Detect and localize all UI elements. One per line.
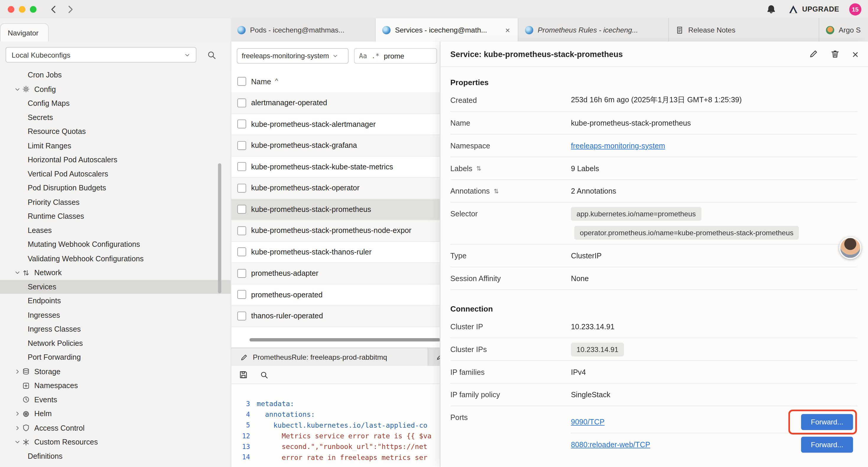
row-checkbox[interactable] (237, 205, 246, 214)
sidebar-item-config-maps[interactable]: Config Maps (0, 96, 231, 111)
kubeconfig-select[interactable]: Local Kubeconfigs (6, 47, 196, 62)
match-case-toggle[interactable]: Aa (359, 52, 367, 60)
minimize-window-button[interactable] (19, 6, 25, 12)
sidebar-item-horizontal-pod-autoscalers[interactable]: Horizontal Pod Autoscalers (0, 153, 231, 167)
tab-navigator[interactable]: Navigator (0, 23, 49, 42)
sidebar-item-port-forwarding[interactable]: Port Forwarding (0, 350, 231, 364)
sidebar-item-access-control[interactable]: Access Control (0, 421, 231, 435)
chevron-down-icon[interactable] (12, 86, 22, 92)
sidebar-item-ingress-classes[interactable]: Ingress Classes (0, 322, 231, 337)
sort-asc-icon[interactable]: ^ (275, 77, 278, 85)
namespace-link[interactable]: freeleaps-monitoring-system (571, 141, 665, 150)
search-icon[interactable] (207, 50, 216, 60)
forward-button[interactable]: Forward... (801, 436, 853, 452)
tab-prometheus-rules[interactable]: Prometheus Rules - icecheng... (519, 18, 669, 42)
table-row[interactable]: kube-prometheus-stack-prometheus-node-ex… (231, 220, 440, 241)
row-checkbox[interactable] (237, 269, 246, 278)
sidebar-item-validating-webhook-configurations[interactable]: Validating Webhook Configurations (0, 252, 231, 266)
sidebar-item-mutating-webhook-configurations[interactable]: Mutating Webhook Configurations (0, 237, 231, 252)
close-icon[interactable]: × (852, 49, 859, 59)
tab-argo[interactable]: Argo S (819, 18, 868, 42)
close-tab-icon[interactable]: × (504, 25, 511, 35)
sidebar-item-ingresses[interactable]: Ingresses (0, 308, 231, 322)
horizontal-scrollbar[interactable] (249, 338, 440, 341)
sidebar-item-leases[interactable]: Leases (0, 224, 231, 238)
close-window-button[interactable] (8, 6, 14, 12)
chevron-right-icon[interactable] (12, 425, 22, 431)
sidebar-item-cron-jobs[interactable]: Cron Jobs (0, 68, 231, 82)
delete-icon[interactable] (831, 49, 840, 59)
row-checkbox[interactable] (237, 98, 246, 107)
sidebar-scrollbar[interactable] (218, 163, 221, 293)
bell-icon[interactable] (766, 4, 776, 14)
sidebar-item-pod-disruption-budgets[interactable]: Pod Disruption Budgets (0, 181, 231, 195)
row-checkbox[interactable] (237, 183, 246, 193)
sidebar-item-priority-classes[interactable]: Priority Classes (0, 195, 231, 209)
tab-services[interactable]: Services - icecheng@math... × (375, 18, 518, 42)
regex-toggle[interactable]: .* (371, 52, 379, 60)
table-row[interactable]: kube-prometheus-stack-kube-state-metrics (231, 156, 440, 178)
sidebar-item-runtime-classes[interactable]: Runtime Classes (0, 209, 231, 224)
sidebar-item-namespaces[interactable]: Namespaces (0, 379, 231, 393)
chevron-right-icon[interactable] (12, 411, 22, 417)
webcam-avatar[interactable] (839, 237, 862, 259)
sidebar-item-custom-resources[interactable]: Custom Resources (0, 435, 231, 449)
row-checkbox[interactable] (237, 120, 246, 128)
tab-strip: Navigator Pods - icecheng@mathmas... Ser… (0, 18, 868, 42)
sidebar-item-secrets[interactable]: Secrets (0, 111, 231, 125)
sidebar-item-network[interactable]: Network (0, 266, 231, 280)
sidebar-item-helm[interactable]: Helm (0, 407, 231, 421)
table-row[interactable]: kube-prometheus-stack-alertmanager (231, 114, 440, 135)
sidebar-item-definitions[interactable]: Definitions (0, 449, 231, 463)
sidebar-item-config[interactable]: Config (0, 82, 231, 96)
chevron-down-icon[interactable] (12, 269, 22, 276)
sidebar-item-resource-quotas[interactable]: Resource Quotas (0, 124, 231, 139)
row-checkbox[interactable] (237, 312, 246, 320)
edit-icon[interactable] (809, 49, 818, 59)
back-icon[interactable] (49, 4, 59, 14)
row-checkbox[interactable] (237, 226, 246, 235)
row-checkbox[interactable] (237, 141, 246, 150)
property-value[interactable]: 9 Labels (571, 164, 599, 172)
sidebar-item-network-policies[interactable]: Network Policies (0, 337, 231, 351)
forward-icon[interactable] (65, 4, 75, 14)
notification-badge[interactable]: 15 (849, 3, 861, 15)
property-value[interactable]: 2 Annotations (571, 187, 616, 195)
port-link-8080[interactable]: 8080:reloader-web/TCP (571, 440, 650, 449)
dock-tab-prometheusrule[interactable]: PrometheusRule: freeleaps-prod-rabbitmq (231, 348, 428, 367)
upgrade-button[interactable]: UPGRADE (788, 4, 839, 14)
namespace-select[interactable]: freeleaps-monitoring-system (237, 48, 348, 63)
tab-pods[interactable]: Pods - icecheng@mathmas... (231, 18, 376, 42)
table-row[interactable]: kube-prometheus-stack-operator (231, 178, 440, 199)
port-link-9090[interactable]: 9090/TCP (571, 418, 604, 426)
chevron-down-icon[interactable] (12, 439, 22, 445)
search-icon[interactable] (260, 371, 268, 379)
tab-release-notes[interactable]: Release Notes (669, 18, 819, 42)
yaml-editor[interactable]: 3metadata: 4 annotations: 5 kubectl.kube… (231, 384, 440, 467)
name-column-header[interactable]: Name (251, 77, 271, 85)
table-row[interactable]: prometheus-adapter (231, 263, 440, 284)
sidebar-item-storage[interactable]: Storage (0, 364, 231, 379)
sidebar-item-endpoints[interactable]: Endpoints (0, 294, 231, 308)
sidebar-item-events[interactable]: Events (0, 393, 231, 407)
row-checkbox[interactable] (237, 290, 246, 299)
maximize-window-button[interactable] (30, 6, 36, 12)
expand-collapse-icon[interactable]: ⇅ (494, 187, 499, 195)
search-input[interactable]: Aa .* prome (354, 48, 437, 63)
save-icon[interactable] (239, 370, 248, 379)
table-row[interactable]: prometheus-operated (231, 284, 440, 305)
forward-button[interactable]: Forward... (801, 414, 853, 430)
sidebar-item-limit-ranges[interactable]: Limit Ranges (0, 139, 231, 153)
row-checkbox[interactable] (237, 162, 246, 171)
expand-collapse-icon[interactable]: ⇅ (476, 165, 481, 172)
table-row[interactable]: kube-prometheus-stack-thanos-ruler (231, 241, 440, 263)
table-row[interactable]: alertmanager-operated (231, 92, 440, 114)
table-row-selected[interactable]: kube-prometheus-stack-prometheus (231, 199, 440, 220)
table-row[interactable]: kube-prometheus-stack-grafana (231, 135, 440, 156)
select-all-checkbox[interactable] (237, 77, 246, 86)
sidebar-item-vertical-pod-autoscalers[interactable]: Vertical Pod Autoscalers (0, 167, 231, 181)
row-checkbox[interactable] (237, 247, 246, 256)
sidebar-item-services[interactable]: Services (0, 280, 231, 294)
chevron-right-icon[interactable] (12, 369, 22, 375)
table-row[interactable]: thanos-ruler-operated (231, 305, 440, 327)
